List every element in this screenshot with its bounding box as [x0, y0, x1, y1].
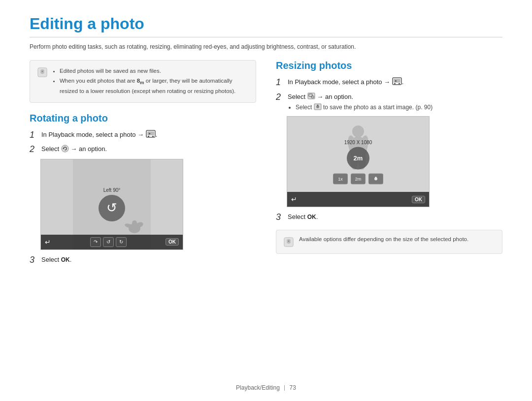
rot-label: Left 90°	[103, 187, 121, 193]
resize-opt-2[interactable]: 2m	[351, 173, 366, 184]
svg-point-31	[375, 177, 377, 178]
step3-text: Select OK.	[41, 255, 256, 265]
ok-label-rot: OK	[61, 256, 70, 263]
svg-rect-15	[394, 83, 396, 84]
bird-silhouette	[122, 216, 147, 236]
svg-point-24	[352, 125, 364, 137]
note-bullet-2: When you edit photos that are 8m or larg…	[60, 76, 249, 96]
section-title-resizing: Resizing photos	[276, 60, 502, 71]
step-num-2: 2	[30, 144, 38, 155]
rot-circle: ↺	[99, 195, 125, 221]
svg-point-23	[317, 104, 318, 106]
resize-step-num-1: 1	[276, 77, 285, 88]
start-image-icon	[314, 103, 322, 113]
resize-sub-bullet: Select to save the photo as a start imag…	[296, 103, 502, 112]
rotate-flip-btn[interactable]: ↻	[116, 237, 127, 247]
playback-edit-icon: ▶	[146, 130, 156, 140]
rotating-step3: 3 Select OK.	[30, 255, 256, 266]
resize-controls-bar: ↵ OK	[287, 192, 429, 207]
rotate-icon	[61, 145, 69, 155]
rotate-buttons-group: ↷ ↺ ↻	[90, 237, 127, 247]
resize-icon	[307, 93, 315, 102]
resize-step-num-3: 3	[276, 212, 285, 223]
resizing-step3: 3 Select OK.	[276, 212, 502, 223]
resize-step3-text: Select OK.	[288, 212, 502, 222]
svg-rect-16	[399, 83, 400, 84]
rotating-step2: 2 Select → an option.	[30, 144, 256, 155]
rotate-right-btn[interactable]: ↷	[90, 237, 101, 247]
resize-opt-3[interactable]	[368, 173, 383, 184]
note-box-right: Available options differ depending on th…	[276, 230, 502, 254]
footer-page: 73	[290, 384, 296, 391]
page-footer: Playback/Editing 73	[0, 384, 532, 391]
ok-button-rot[interactable]: OK	[166, 238, 179, 246]
svg-point-7	[62, 145, 68, 152]
svg-rect-5	[152, 136, 154, 137]
resize-options-row: 1x 2m	[333, 173, 383, 184]
ok-label-resize: OK	[307, 214, 316, 220]
resize-dims: 1920 X 1080	[344, 139, 372, 145]
step2-text: Select → an option.	[41, 144, 256, 154]
note-text-right: Available options differ depending on th…	[299, 236, 468, 242]
rotate-left-btn[interactable]: ↺	[103, 237, 114, 247]
rotation-controls-bar: ↵ ↷ ↺ ↻ OK	[41, 235, 183, 249]
note-box-left: Edited photos will be saved as new files…	[30, 60, 256, 103]
step1-text: In Playback mode, select a photo → ▶ .	[41, 130, 256, 140]
ok-button-resize[interactable]: OK	[412, 196, 425, 203]
resize-screen-bg: 1920 X 1080 2m 1x 2m	[287, 117, 429, 207]
svg-rect-4	[148, 136, 149, 137]
back-button-resize[interactable]: ↵	[291, 195, 297, 203]
rotation-screen-bg: Left 90° ↺ ↵ ↷	[41, 159, 183, 249]
page-title: Editing a photo	[30, 15, 502, 37]
section-title-rotating: Rotating a photo	[30, 113, 256, 124]
rotating-step1: 1 In Playback mode, select a photo → ▶ .	[30, 130, 256, 141]
left-column: Edited photos will be saved as new files…	[30, 60, 256, 269]
resize-2m-badge: 2m	[347, 147, 369, 169]
note-icon-right	[283, 237, 294, 247]
note-bullet-1: Edited photos will be saved as new files…	[60, 66, 249, 76]
resize-step2-text: Select → an option. Select	[288, 92, 502, 113]
resize-step1-text: In Playback mode, select a photo → ▶ .	[288, 77, 502, 88]
back-button-rot[interactable]: ↵	[45, 238, 51, 246]
resizing-step2: 2 Select → an option. Select	[276, 92, 502, 113]
right-column: Resizing photos 1 In Playback mode, sele…	[276, 60, 502, 269]
step-num-3: 3	[30, 255, 38, 266]
note-icon	[37, 67, 48, 78]
note-bullets-left: Edited photos will be saved as new files…	[53, 66, 249, 96]
footer-separator	[284, 385, 285, 391]
resize-center-content: 1920 X 1080 2m 1x 2m	[333, 139, 383, 184]
footer-section: Playback/Editing	[236, 384, 280, 391]
page-subtitle: Perform photo editing tasks, such as rot…	[30, 42, 502, 51]
resize-opt-1[interactable]: 1x	[333, 173, 348, 184]
resizing-step1: 1 In Playback mode, select a photo → ▶ .	[276, 77, 502, 88]
resize-step2-bullets: Select to save the photo as a start imag…	[288, 103, 502, 112]
rotation-camera-screen: Left 90° ↺ ↵ ↷	[40, 159, 183, 250]
step-num-1: 1	[30, 130, 38, 141]
resize-playback-icon: ▶	[392, 77, 402, 88]
resize-step-num-2: 2	[276, 92, 285, 103]
resize-camera-screen: 1920 X 1080 2m 1x 2m	[287, 116, 430, 207]
rot-arrow-icon: ↺	[106, 200, 117, 216]
svg-point-12	[132, 220, 137, 225]
